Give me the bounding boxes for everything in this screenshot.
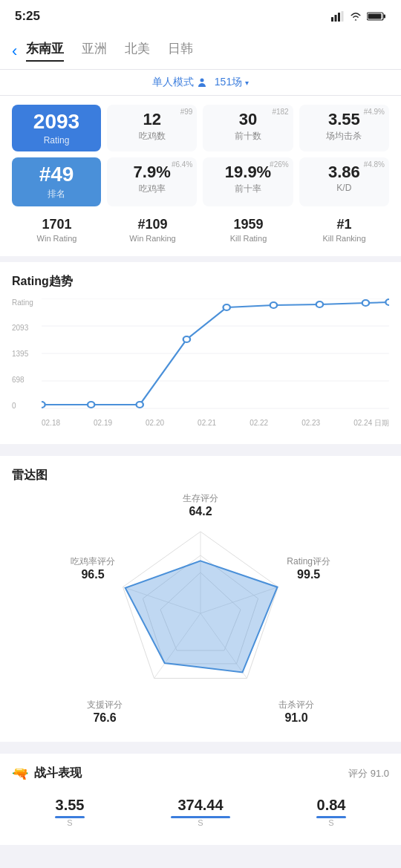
battle-stat-3-sub: S xyxy=(316,818,346,827)
tab-japan-korea[interactable]: 日韩 xyxy=(168,40,193,62)
battle-score: 评分 91.0 xyxy=(348,766,389,780)
avg-kills-card: #4.9% 3.55 场均击杀 xyxy=(299,105,389,151)
svg-point-7 xyxy=(200,79,203,82)
battle-stat-1: 3.55 S xyxy=(55,797,85,827)
chicken-rate-card: #6.4% 7.9% 吃鸡率 xyxy=(107,157,197,206)
win-ranking-label: Win Ranking xyxy=(111,234,195,243)
rating-value: 2093 xyxy=(19,111,94,134)
avg-kills-label: 场均击杀 xyxy=(307,130,382,143)
chicken-count-value: 12 xyxy=(114,111,189,128)
stats-grid-bottom: 1701 Win Rating #109 Win Ranking 1959 Ki… xyxy=(12,212,389,247)
svg-point-18 xyxy=(270,302,277,308)
tab-north-america[interactable]: 北美 xyxy=(125,40,150,62)
chart-x-0224: 02.24 日期 xyxy=(353,418,389,428)
radar-label-left: 吃鸡率评分 96.5 xyxy=(71,555,115,581)
radar-label-bottom-left: 支援评分 76.6 xyxy=(87,699,123,725)
chart-x-0221: 02.21 xyxy=(198,419,216,427)
chart-svg xyxy=(42,298,389,410)
chevron-down-icon: ▾ xyxy=(245,79,249,87)
svg-rect-6 xyxy=(384,15,386,19)
svg-point-19 xyxy=(316,301,323,307)
win-ranking-value: #109 xyxy=(111,217,195,232)
back-button[interactable]: ‹ xyxy=(12,42,17,61)
battle-score-label: 评分 xyxy=(348,768,371,779)
avg-kills-pct: #4.9% xyxy=(364,108,385,116)
battle-stat-2: 374.44 S xyxy=(171,797,230,827)
radar-label-right-value: 99.5 xyxy=(287,567,330,581)
chart-x-0222: 02.22 xyxy=(250,419,268,427)
svg-point-16 xyxy=(183,336,190,342)
chicken-rate-pct: #6.4% xyxy=(172,160,192,169)
ranking-value: #49 xyxy=(19,163,94,186)
svg-point-13 xyxy=(42,402,45,408)
svg-point-15 xyxy=(137,402,143,408)
battle-stat-2-sub: S xyxy=(171,818,230,827)
svg-point-14 xyxy=(88,402,94,408)
radar-container: 生存评分 64.2 Rating评分 99.5 击杀评分 91.0 支援评分 7… xyxy=(74,492,327,730)
mode-count: 151场 xyxy=(215,76,242,89)
svg-rect-1 xyxy=(335,15,337,22)
top10-rate-pct: #26% xyxy=(270,160,289,169)
nav-bar: ‹ 东南亚 亚洲 北美 日韩 xyxy=(0,33,401,70)
kill-ranking-stat: #1 Kill Ranking xyxy=(299,212,389,247)
radar-label-bl-value: 76.6 xyxy=(87,711,123,725)
stats-container: 2093 Rating #99 12 吃鸡数 #182 30 前十数 #4.9%… xyxy=(0,96,401,256)
kill-rating-label: Kill Rating xyxy=(206,234,290,243)
kd-card: #4.8% 3.86 K/D xyxy=(299,157,389,206)
rating-label: Rating xyxy=(19,135,94,146)
kill-ranking-value: #1 xyxy=(302,217,386,232)
chicken-count-label: 吃鸡数 xyxy=(114,130,189,143)
radar-label-right-name: Rating评分 xyxy=(287,555,330,566)
battle-score-value: 91.0 xyxy=(371,768,389,779)
svg-rect-0 xyxy=(331,17,333,22)
radar-label-top: 生存评分 64.2 xyxy=(183,492,218,518)
divider-3 xyxy=(0,748,401,754)
mode-selector[interactable]: 单人模式 151场 ▾ xyxy=(0,70,401,96)
top10-rate-label: 前十率 xyxy=(210,183,285,195)
kd-label: K/D xyxy=(307,183,382,193)
battle-header: 🔫 战斗表现 评分 91.0 xyxy=(12,766,389,782)
chicken-rate-label: 吃鸡率 xyxy=(114,183,189,195)
radar-label-br-value: 91.0 xyxy=(278,711,314,725)
kill-rating-value: 1959 xyxy=(206,217,290,232)
radar-label-bl-name: 支援评分 xyxy=(87,699,123,710)
chicken-count-rank: #99 xyxy=(180,108,193,116)
divider-2 xyxy=(0,450,401,456)
chart-x-0218: 02.18 xyxy=(42,419,60,427)
tab-asia[interactable]: 亚洲 xyxy=(82,40,107,62)
rating-card: 2093 Rating xyxy=(12,105,101,151)
mode-button[interactable]: 单人模式 151场 ▾ xyxy=(152,76,249,89)
chart-x-0220: 02.20 xyxy=(146,419,164,427)
stats-grid-top: 2093 Rating #99 12 吃鸡数 #182 30 前十数 #4.9%… xyxy=(12,105,389,151)
radar-title: 雷达图 xyxy=(12,468,389,483)
top10-count-rank: #182 xyxy=(272,108,288,116)
kill-ranking-label: Kill Ranking xyxy=(302,234,386,243)
top10-rate-card: #26% 19.9% 前十率 xyxy=(203,157,293,206)
top10-count-label: 前十数 xyxy=(210,130,285,143)
radar-label-br-name: 击杀评分 xyxy=(278,699,314,710)
chart-title: Rating趋势 xyxy=(12,274,389,290)
tab-southeast-asia[interactable]: 东南亚 xyxy=(26,40,64,62)
kill-rating-stat: 1959 Kill Rating xyxy=(203,212,293,247)
win-rating-value: 1701 xyxy=(15,217,99,232)
status-icons xyxy=(331,11,386,22)
chart-y-labels: Rating 2093 1395 698 0 xyxy=(12,298,39,410)
person-icon xyxy=(197,77,207,88)
radar-svg xyxy=(74,513,327,714)
chart-area: Rating 2093 1395 698 0 xyxy=(12,298,389,432)
radar-label-left-name: 吃鸡率评分 xyxy=(71,555,115,566)
divider-1 xyxy=(0,256,401,262)
win-rating-stat: 1701 Win Rating xyxy=(12,212,102,247)
radar-label-top-name: 生存评分 xyxy=(183,493,218,503)
nav-tabs: 东南亚 亚洲 北美 日韩 xyxy=(26,40,389,62)
radar-label-top-value: 64.2 xyxy=(183,505,218,518)
chicken-count-card: #99 12 吃鸡数 xyxy=(107,105,197,151)
win-ranking-stat: #109 Win Ranking xyxy=(108,212,198,247)
chart-x-0219: 02.19 xyxy=(94,419,112,427)
svg-rect-2 xyxy=(338,13,340,22)
win-rating-label: Win Rating xyxy=(15,234,99,243)
battle-stat-3-val: 0.84 xyxy=(316,797,346,814)
battle-section: 🔫 战斗表现 评分 91.0 3.55 S 374.44 S 0.84 S xyxy=(0,754,401,845)
stats-grid-second: #49 排名 #6.4% 7.9% 吃鸡率 #26% 19.9% 前十率 #4.… xyxy=(12,157,389,206)
kd-pct: #4.8% xyxy=(364,160,385,169)
